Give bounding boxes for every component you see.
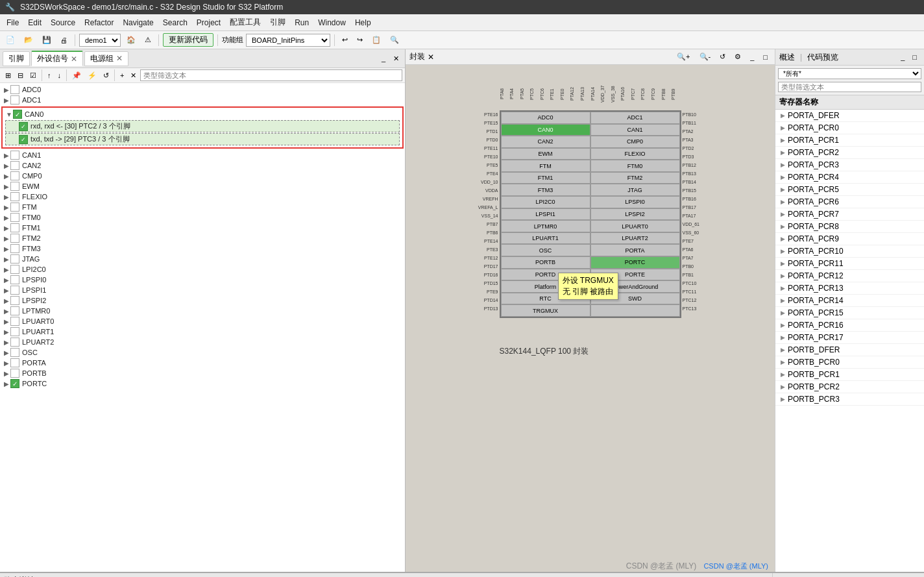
cell-lpspi2[interactable]: LPSPI2: [590, 208, 680, 221]
right-item-porta-pcr12[interactable]: ▶ PORTA_PCR12: [775, 270, 924, 282]
toolbar-btn-home[interactable]: 🏠: [123, 34, 139, 46]
menu-source[interactable]: Source: [47, 17, 79, 29]
check-cmp0[interactable]: [10, 171, 19, 180]
cell-portc[interactable]: PORTC: [590, 256, 680, 269]
menu-project[interactable]: Project: [193, 17, 225, 29]
project-selector[interactable]: demo1: [79, 34, 121, 47]
menu-help[interactable]: Help: [351, 17, 375, 29]
panel-toolbar-up[interactable]: ↑: [45, 70, 54, 80]
cell-ftm1[interactable]: FTM1: [501, 172, 590, 184]
expand-lpuart2[interactable]: ▶: [3, 339, 10, 346]
tree-item-jtag[interactable]: ▶ JTAG: [1, 254, 404, 264]
right-item-portb-dfer[interactable]: ▶ PORTB_DFER: [775, 344, 924, 356]
right-item-porta-pcr2[interactable]: ▶ PORTA_PCR2: [775, 147, 924, 159]
expand-porta[interactable]: ▶: [3, 360, 10, 367]
tree-item-porta[interactable]: ▶ PORTA: [1, 358, 404, 368]
menu-search[interactable]: Search: [159, 17, 191, 29]
cell-lpuart1[interactable]: LPUART1: [501, 232, 590, 245]
expand-ftm0[interactable]: ▶: [3, 214, 10, 221]
cell-lpspi1[interactable]: LPSPI1: [501, 208, 590, 221]
check-ftm0[interactable]: [10, 213, 19, 222]
right-item-porta-dfer[interactable]: ▶ PORTA_DFER: [775, 110, 924, 122]
right-item-porta-pcr1[interactable]: ▶ PORTA_PCR1: [775, 134, 924, 147]
cell-cmp0[interactable]: CMP0: [590, 136, 680, 148]
menu-edit[interactable]: Edit: [24, 17, 45, 29]
toolbar-btn-copy[interactable]: 📋: [369, 34, 384, 46]
check-lpi2c0[interactable]: [10, 265, 19, 274]
cell-can0[interactable]: CAN0: [501, 124, 590, 136]
tab-power-close[interactable]: ✕: [116, 54, 123, 63]
chip-diagram[interactable]: PTA8 PTA4 PTA5 PTC5 PTC6 PTE1 PTE0 PTA12…: [406, 65, 775, 572]
check-portc[interactable]: ✓: [10, 379, 19, 388]
cell-trgmux[interactable]: TRGMUX: [501, 304, 590, 317]
cell-ftm2[interactable]: FTM2: [590, 172, 680, 184]
cell-can2[interactable]: CAN2: [501, 136, 590, 148]
tree-item-can0-rxd[interactable]: ✓ rxd, rxd <- [30] PTC2 / 3 个引脚: [5, 120, 400, 132]
expand-lptmr0[interactable]: ▶: [3, 308, 10, 315]
panel-minimize-btn[interactable]: _: [378, 53, 389, 64]
tree-item-ewm[interactable]: ▶ EWM: [1, 181, 404, 191]
expand-lpspi0[interactable]: ▶: [3, 276, 10, 284]
check-lpuart1[interactable]: [10, 327, 19, 336]
right-item-porta-pcr14[interactable]: ▶ PORTA_PCR14: [775, 295, 924, 307]
tree-item-can2[interactable]: ▶ CAN2: [1, 160, 404, 171]
cell-adc1[interactable]: ADC1: [590, 112, 680, 124]
tree-item-lpspi2[interactable]: ▶ LPSPI2: [1, 295, 404, 306]
tree-item-can0[interactable]: ▼ ✓ CAN0: [4, 109, 401, 119]
right-panel-minimize[interactable]: _: [897, 51, 908, 63]
right-item-porta-pcr13[interactable]: ▶ PORTA_PCR13: [775, 282, 924, 295]
check-can0-rxd[interactable]: ✓: [19, 122, 28, 131]
check-lpspi1[interactable]: [10, 286, 19, 295]
check-lptmr0[interactable]: [10, 306, 19, 315]
right-panel-tab2[interactable]: 代码预览: [807, 52, 838, 63]
expand-cmp0[interactable]: ▶: [3, 173, 10, 180]
function-group-selector[interactable]: BOARD_InitPins: [246, 34, 330, 47]
tree-item-ftm3[interactable]: ▶ FTM3: [1, 243, 404, 254]
right-item-porta-pcr7[interactable]: ▶ PORTA_PCR7: [775, 208, 924, 221]
right-item-portb-pcr2[interactable]: ▶ PORTB_PCR2: [775, 381, 924, 393]
check-adc0[interactable]: [10, 85, 19, 94]
check-ftm1[interactable]: [10, 223, 19, 232]
cell-lpuart0[interactable]: LPUART0: [590, 220, 680, 232]
cell-lpspi0[interactable]: LPSPI0: [590, 196, 680, 208]
check-jtag[interactable]: [10, 254, 19, 264]
menu-refactor[interactable]: Refactor: [80, 17, 117, 29]
panel-toolbar-refresh[interactable]: ↺: [101, 70, 112, 81]
menu-config-tool[interactable]: 配置工具: [226, 16, 265, 29]
chip-minimize-btn[interactable]: _: [747, 51, 757, 63]
cell-can1[interactable]: CAN1: [590, 124, 680, 136]
check-can0[interactable]: ✓: [13, 110, 22, 119]
toolbar-btn-open[interactable]: 📂: [21, 34, 36, 46]
right-item-porta-pcr17[interactable]: ▶ PORTA_PCR17: [775, 332, 924, 344]
right-item-portb-pcr3[interactable]: ▶ PORTB_PCR3: [775, 393, 924, 406]
left-filter-input[interactable]: [140, 69, 402, 81]
right-item-porta-pcr16[interactable]: ▶ PORTA_PCR16: [775, 319, 924, 332]
check-flexio[interactable]: [10, 192, 19, 201]
right-item-porta-pcr4[interactable]: ▶ PORTA_PCR4: [775, 171, 924, 184]
right-item-porta-pcr5[interactable]: ▶ PORTA_PCR5: [775, 184, 924, 196]
check-can0-txd[interactable]: ✓: [19, 135, 28, 144]
zoom-out-btn[interactable]: 🔍-: [696, 51, 714, 63]
tree-item-lpspi1[interactable]: ▶ LPSPI1: [1, 285, 404, 295]
menu-navigate[interactable]: Navigate: [119, 17, 157, 29]
cell-ftm[interactable]: FTM: [501, 160, 590, 172]
right-filter-combo[interactable]: *所有*: [778, 68, 921, 79]
expand-can0[interactable]: ▼: [5, 111, 13, 118]
tree-item-osc[interactable]: ▶ OSC: [1, 347, 404, 358]
right-item-porta-pcr15[interactable]: ▶ PORTA_PCR15: [775, 307, 924, 319]
check-porta[interactable]: [10, 358, 19, 367]
tree-item-lpuart1[interactable]: ▶ LPUART1: [1, 326, 404, 337]
tree-item-lpuart0[interactable]: ▶ LPUART0: [1, 316, 404, 326]
panel-toolbar-add[interactable]: +: [117, 70, 127, 80]
right-item-porta-pcr9[interactable]: ▶ PORTA_PCR9: [775, 233, 924, 245]
right-filter-input[interactable]: [778, 82, 921, 92]
toolbar-btn-save[interactable]: 💾: [39, 34, 55, 46]
expand-lpuart0[interactable]: ▶: [3, 318, 10, 325]
tab-power-group[interactable]: 电源组 ✕: [84, 51, 128, 66]
tree-item-lpspi0[interactable]: ▶ LPSPI0: [1, 275, 404, 285]
check-lpuart0[interactable]: [10, 317, 19, 326]
panel-close-btn[interactable]: ✕: [390, 53, 402, 65]
tab-peripherals-close[interactable]: ✕: [71, 55, 77, 64]
expand-jtag[interactable]: ▶: [3, 256, 10, 263]
cell-ewm[interactable]: EWM: [501, 148, 590, 160]
